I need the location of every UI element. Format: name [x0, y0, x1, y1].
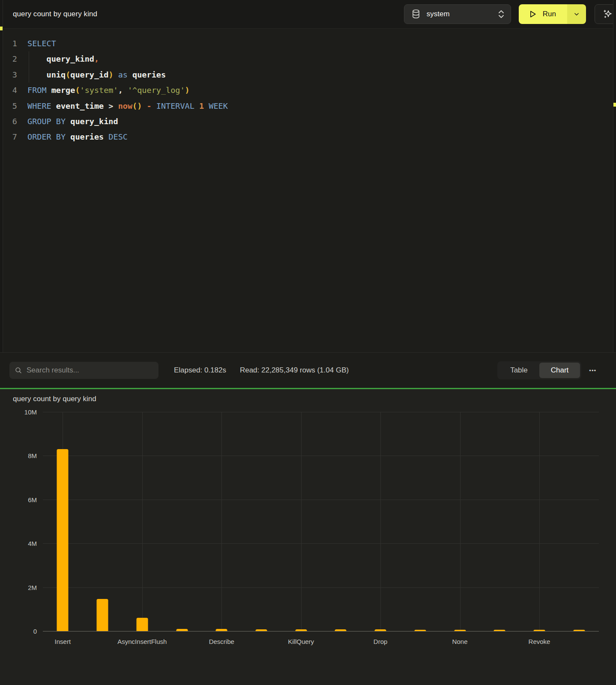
code-token: '^query_log' — [128, 86, 185, 95]
line-code: FROM merge('system', '^query_log') — [27, 83, 190, 98]
line-code: WHERE event_time > now() - INTERVAL 1 WE… — [27, 98, 228, 114]
left-panel-handle[interactable] — [0, 27, 3, 30]
code-token — [204, 101, 209, 110]
chart-bar[interactable] — [533, 630, 545, 631]
chart-x-cell — [162, 638, 202, 646]
chart-x-cell: AsyncInsertFlush — [122, 638, 162, 646]
code-token: , — [118, 86, 128, 95]
more-options-button[interactable]: ••• — [588, 365, 597, 376]
chart-bar[interactable] — [216, 629, 227, 631]
run-button-label: Run — [543, 10, 556, 18]
x-tick-label: None — [452, 638, 468, 645]
line-code: GROUP BY query_kind — [27, 114, 118, 129]
line-code: SELECT — [27, 36, 56, 51]
code-token: SELECT — [27, 39, 56, 48]
code-token: ) — [185, 86, 190, 95]
code-token: ( — [75, 86, 80, 95]
chart-bar[interactable] — [57, 449, 69, 631]
search-input[interactable] — [27, 366, 153, 375]
chart-bar[interactable] — [255, 629, 267, 631]
page-title: query count by query kind — [13, 10, 97, 18]
chart-category-cell — [202, 412, 242, 631]
right-panel-handle[interactable] — [613, 103, 616, 107]
x-tick-label: KillQuery — [288, 638, 314, 645]
code-line: 3 uniq(query_id) as queries — [0, 67, 616, 83]
code-token: DESC — [108, 132, 128, 141]
gridline-horizontal — [43, 631, 599, 631]
code-token: merge — [51, 86, 75, 95]
y-tick-label: 0 — [33, 628, 37, 635]
sql-editor[interactable]: 1SELECT2 query_kind,3 uniq(query_id) as … — [0, 28, 616, 352]
chart-bar[interactable] — [97, 599, 108, 631]
chart-cells — [43, 412, 599, 631]
x-tick-label: Insert — [55, 638, 71, 645]
code-token: GROUP BY — [27, 117, 66, 126]
code-token — [128, 70, 132, 79]
line-code: query_kind, — [27, 51, 99, 67]
x-tick-label: AsyncInsertFlush — [117, 638, 167, 645]
run-button[interactable]: Run — [519, 4, 567, 24]
chevron-down-icon — [574, 11, 580, 17]
code-token: 1 — [199, 101, 204, 110]
play-icon — [528, 10, 537, 18]
code-line: 7ORDER BY queries DESC — [0, 129, 616, 145]
elapsed-stat: Elapsed: 0.182s — [174, 366, 226, 375]
header-bar: query count by query kind system Ru — [0, 0, 616, 28]
chart-category-cell — [83, 412, 123, 631]
y-tick-label: 6M — [28, 496, 37, 503]
chart-bar[interactable] — [375, 629, 386, 631]
line-code: uniq(query_id) as queries — [27, 67, 166, 83]
code-token: FROM — [27, 86, 47, 95]
code-token: WEEK — [209, 101, 228, 110]
x-tick-label: Revoke — [529, 638, 550, 645]
chart-bar[interactable] — [136, 618, 148, 631]
y-tick-label: 10M — [24, 408, 37, 416]
run-dropdown-button[interactable] — [567, 4, 586, 24]
chart-bar[interactable] — [454, 630, 466, 631]
database-selector-value: system — [427, 10, 498, 18]
read-stat: Read: 22,285,349 rows (1.04 GB) — [240, 366, 349, 375]
chart-bar[interactable] — [335, 629, 347, 631]
code-token — [47, 86, 51, 95]
chart-bar[interactable] — [176, 629, 188, 631]
code-token — [51, 101, 56, 110]
code-token: query_kind — [47, 54, 94, 63]
y-tick-label: 4M — [28, 540, 37, 547]
code-token: query_kind — [70, 117, 118, 126]
database-selector[interactable]: system — [404, 4, 511, 24]
chart-category-cell — [559, 412, 599, 631]
chart-bar[interactable] — [414, 630, 426, 631]
tab-chart[interactable]: Chart — [539, 363, 580, 378]
chart-x-cell — [242, 638, 281, 646]
code-token — [194, 101, 199, 110]
x-tick-label: Describe — [209, 638, 234, 645]
code-line: 2 query_kind, — [0, 51, 616, 67]
code-token: query_id — [70, 70, 108, 79]
chart-bar[interactable] — [494, 630, 505, 631]
chart-category-cell — [242, 412, 281, 631]
chart-category-cell — [43, 412, 83, 631]
code-token: , — [94, 54, 99, 63]
chart-x-cell: Insert — [43, 638, 83, 646]
run-button-group: Run — [519, 4, 586, 24]
code-token: event_time — [56, 101, 104, 110]
chart-panel: query count by query kind 10M8M6M4M2M0 I… — [0, 389, 616, 685]
chart-x-cell — [321, 638, 361, 646]
sparkle-icon — [603, 9, 613, 19]
chart-bar[interactable] — [573, 630, 585, 631]
code-token — [66, 117, 70, 126]
results-toolbar: Elapsed: 0.182s Read: 22,285,349 rows (1… — [0, 352, 616, 388]
chart-x-cell: KillQuery — [281, 638, 321, 646]
code-token: - — [147, 101, 152, 110]
code-token: 'system' — [80, 86, 118, 95]
chart-category-cell — [281, 412, 321, 631]
code-token — [114, 70, 118, 79]
right-panel-edge — [613, 0, 616, 352]
line-code: ORDER BY queries DESC — [27, 129, 128, 145]
code-token — [66, 132, 70, 141]
chart-bar[interactable] — [295, 629, 307, 631]
database-icon — [411, 9, 421, 19]
code-token: () — [132, 101, 142, 110]
code-token: ) — [108, 70, 113, 79]
tab-table[interactable]: Table — [499, 363, 539, 378]
